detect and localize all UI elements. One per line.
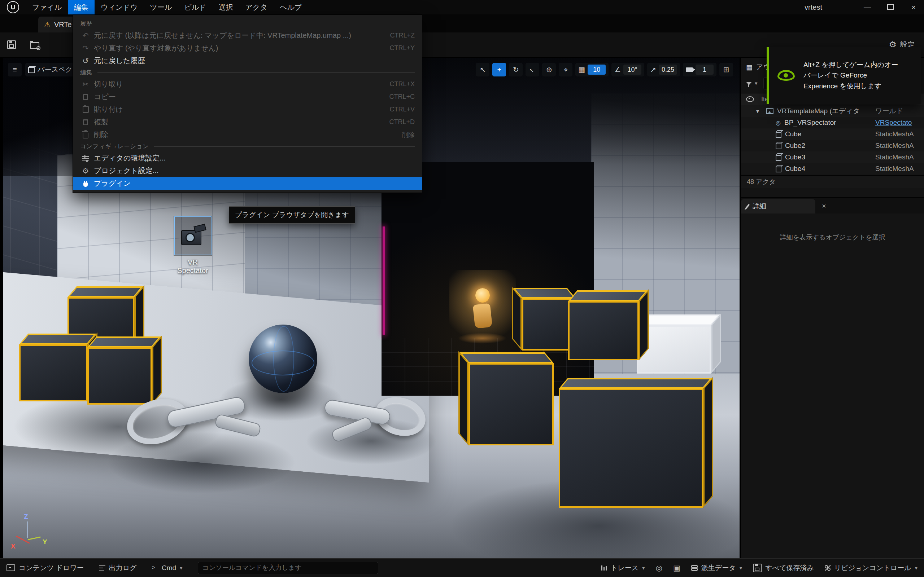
output-log-button[interactable]: 出力ログ xyxy=(99,563,137,573)
console-command-input[interactable] xyxy=(198,562,378,574)
world-transform-button[interactable]: ⊕ xyxy=(542,63,556,76)
menu-item-undo[interactable]: ↶ 元に戻す (以降は元に戻せません: マップをロード中: VRTemplate… xyxy=(73,29,422,42)
unreal-logo[interactable]: U xyxy=(0,1,26,13)
maximize-viewport-button[interactable]: ⊞ xyxy=(719,63,733,76)
cube-actor[interactable] xyxy=(468,363,554,445)
menu-item-undo-history[interactable]: ↺ 元に戻した履歴 xyxy=(73,55,422,67)
plugins-tooltip: プラグイン ブラウザタブを開きます xyxy=(229,206,355,224)
cmd-dropdown[interactable]: >_ Cmd ▾ xyxy=(152,564,183,572)
camera-speed-control[interactable]: 1 xyxy=(683,63,716,76)
save-status-button[interactable]: すべて保存済み xyxy=(753,563,814,573)
vr-spectator-actor[interactable]: VR Spectator xyxy=(174,216,212,275)
perspective-dropdown[interactable]: パースペク xyxy=(25,63,76,76)
cube-actor[interactable] xyxy=(19,344,87,401)
level-tab-label: VRTe xyxy=(54,21,72,29)
project-settings-gear-icon: ⚙ xyxy=(79,167,92,175)
burger-icon: ≡ xyxy=(13,66,17,74)
menu-window[interactable]: ウィンドウ xyxy=(95,0,144,15)
grid-snap-control[interactable]: ▦ 10 xyxy=(575,63,609,76)
outliner-row-world[interactable]: ▾ VRTemplateMap (エディタ ワールド xyxy=(741,105,924,117)
cube-actor[interactable] xyxy=(568,301,639,360)
undo-icon: ↶ xyxy=(79,31,92,40)
save-button[interactable] xyxy=(0,32,23,57)
output-log-icon xyxy=(99,566,105,571)
scene-magenta-strip xyxy=(383,226,385,335)
menu-item-plugins[interactable]: プラグイン xyxy=(73,177,422,190)
surface-snap-button[interactable]: ⌖ xyxy=(559,63,572,76)
details-icon xyxy=(745,204,750,209)
outliner-row-cube[interactable]: Cube StaticMeshA xyxy=(741,128,924,140)
close-button[interactable]: × xyxy=(908,3,919,11)
menu-item-project-settings[interactable]: ⚙ プロジェクト設定... xyxy=(73,164,422,177)
redo-icon: ↷ xyxy=(79,44,92,53)
maximize-icon xyxy=(887,4,894,10)
scale-snap-control[interactable]: ↗ 0.25 xyxy=(647,63,680,76)
expand-caret-icon[interactable]: ▾ xyxy=(756,108,763,115)
menu-item-editor-preferences[interactable]: エディタの環境設定... xyxy=(73,152,422,164)
menu-select[interactable]: 選択 xyxy=(213,0,239,15)
screenshot-icon[interactable]: ▣ xyxy=(673,564,680,572)
folder-search-icon xyxy=(30,42,39,49)
vr-controller-right[interactable] xyxy=(320,384,422,452)
edit-menu-dropdown: 履歴 ↶ 元に戻す (以降は元に戻せません: マップをロード中: VRTempl… xyxy=(73,15,422,193)
menu-tools[interactable]: ツール xyxy=(144,0,178,15)
nvidia-overlay-notification: Alt+Z を押してゲーム内のオー バーレイで GeForce Experien… xyxy=(767,47,921,104)
viewport-options-button[interactable]: ≡ xyxy=(8,63,22,76)
target-icon[interactable]: ◎ xyxy=(656,564,662,572)
outliner-row-cube4[interactable]: Cube4 StaticMeshA xyxy=(741,163,924,174)
cube-actor[interactable] xyxy=(559,389,703,508)
menu-actor[interactable]: アクタ xyxy=(239,0,274,15)
save-icon xyxy=(7,40,16,49)
menu-item-duplicate[interactable]: 複製 CTRL+D xyxy=(73,116,422,128)
details-tab[interactable]: 詳細 xyxy=(741,199,815,213)
menu-edit[interactable]: 編集 xyxy=(68,0,95,15)
content-drawer-button[interactable]: コンテンツ ドロワー xyxy=(6,563,84,573)
visibility-eye-icon[interactable] xyxy=(746,96,754,102)
rotation-snap-control[interactable]: ∠ 10° xyxy=(611,63,644,76)
select-tool-button[interactable]: ↖ xyxy=(476,63,489,76)
filter-funnel-icon[interactable] xyxy=(746,82,752,85)
camera-speed-value[interactable]: 1 xyxy=(696,64,714,75)
trace-dropdown[interactable]: トレース ▾ xyxy=(601,563,645,573)
maximize-button[interactable] xyxy=(885,3,896,11)
select-icon: ↖ xyxy=(480,65,486,74)
menu-help[interactable]: ヘルプ xyxy=(274,0,308,15)
light-ground-glow xyxy=(458,333,506,344)
outliner-row-cube2[interactable]: Cube2 StaticMeshA xyxy=(741,140,924,152)
menu-item-redo[interactable]: ↷ やり直す (やり直す対象がありません) CTRL+Y xyxy=(73,42,422,55)
vr-controller-left[interactable] xyxy=(124,377,265,453)
menu-item-paste[interactable]: 貼り付け CTRL+V xyxy=(73,103,422,116)
maximize-viewport-icon: ⊞ xyxy=(723,65,729,74)
filter-caret-icon[interactable]: ▾ xyxy=(755,80,758,87)
move-tool-button[interactable]: + xyxy=(492,63,506,76)
outliner-tree: ▾ VRTemplateMap (エディタ ワールド ◎ BP_VRSpecta… xyxy=(741,105,924,174)
delete-icon xyxy=(79,131,92,139)
level-icon xyxy=(766,108,774,114)
revision-control-dropdown[interactable]: リビジョンコントロール ▾ xyxy=(825,563,918,573)
menu-item-cut[interactable]: ✂ 切り取り CTRL+X xyxy=(73,78,422,90)
derived-data-dropdown[interactable]: 派生データ ▾ xyxy=(691,563,742,573)
rotate-tool-button[interactable]: ↻ xyxy=(509,63,523,76)
perspective-label: パースペク xyxy=(37,65,73,74)
menu-file[interactable]: ファイル xyxy=(26,0,68,15)
outliner-row-cube3[interactable]: Cube3 StaticMeshA xyxy=(741,152,924,163)
menu-build[interactable]: ビルド xyxy=(178,0,212,15)
grid-snap-value[interactable]: 10 xyxy=(588,64,606,75)
minimize-button[interactable]: — xyxy=(862,3,873,11)
outliner-row-bp-vrspectator[interactable]: ◎ BP_VRSpectator VRSpectato xyxy=(741,117,924,128)
scale-snap-value[interactable]: 0.25 xyxy=(659,64,677,75)
main-menus: ファイル 編集 ウィンドウ ツール ビルド 選択 アクタ ヘルプ xyxy=(26,0,308,15)
content-browser-button[interactable] xyxy=(23,32,46,57)
scale-tool-button[interactable]: ↔ xyxy=(525,63,539,76)
trace-caret-icon: ▾ xyxy=(642,565,645,571)
details-empty-message: 詳細を表示するオブジェクトを選択 xyxy=(741,233,924,242)
type-link[interactable]: VRSpectato xyxy=(875,119,912,127)
light-body xyxy=(473,303,493,329)
point-light-character[interactable] xyxy=(466,287,499,341)
rotation-snap-value[interactable]: 10° xyxy=(624,64,641,75)
menu-item-copy[interactable]: コピー CTRL+C xyxy=(73,90,422,103)
light-head xyxy=(475,288,490,303)
sliders-icon xyxy=(79,155,92,161)
details-close-button[interactable]: × xyxy=(822,202,826,210)
menu-item-delete[interactable]: 削除 削除 xyxy=(73,128,422,141)
